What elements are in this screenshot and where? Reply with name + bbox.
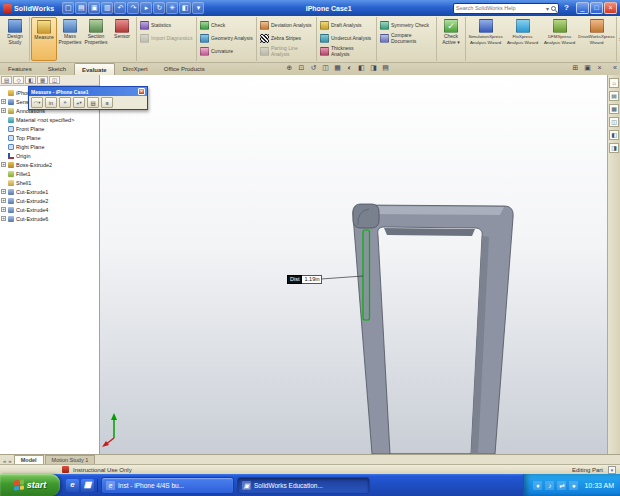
view-palette-icon[interactable]: ◧	[609, 130, 619, 140]
tree-item[interactable]: Origin	[1, 151, 98, 160]
zoom-fit-icon[interactable]: ⊕	[285, 64, 294, 72]
tree-item[interactable]: Shell1	[1, 178, 98, 187]
ribbon-button[interactable]: Parting Line Analysis	[258, 45, 315, 58]
print-icon[interactable]: ▥	[101, 2, 113, 14]
undo-icon[interactable]: ↶	[114, 2, 126, 14]
feature-manager-tab[interactable]: ▤	[1, 76, 12, 84]
ribbon-button[interactable]: ✓ Check Active ▾	[438, 17, 464, 61]
close-button[interactable]: ×	[604, 2, 617, 14]
expand-icon[interactable]: +	[1, 108, 6, 113]
design-library-icon[interactable]: ▤	[609, 91, 619, 101]
property-manager-tab[interactable]: ◇	[13, 76, 24, 84]
ribbon-button[interactable]: DFMXpress Analysis Wizard	[541, 17, 578, 61]
display-style-icon[interactable]: ◐	[345, 64, 354, 72]
ribbon-button[interactable]: FloXpress Analysis Wizard	[504, 17, 541, 61]
command-tab[interactable]: Evaluate	[74, 63, 115, 75]
graphics-area[interactable]: Dist 1.19in	[100, 75, 607, 454]
panel-layout-icon[interactable]: ▣	[583, 64, 592, 72]
ribbon-button[interactable]: Statistics	[138, 19, 195, 32]
tree-item[interactable]: + Cut-Extrude6	[1, 214, 98, 223]
view-orientation-icon[interactable]: ▦	[333, 64, 342, 72]
custom-properties-icon[interactable]: ◨	[609, 143, 619, 153]
document-tab[interactable]: Model	[14, 455, 44, 464]
rebuild-icon[interactable]: ↻	[153, 2, 165, 14]
ribbon-button[interactable]: SimulationXpress Analysis Wizard	[467, 17, 504, 61]
search-input[interactable]	[456, 5, 544, 11]
tree-item[interactable]: + Cut-Extrude1	[1, 187, 98, 196]
file-explorer-icon[interactable]: ▦	[609, 104, 619, 114]
command-tab[interactable]: Features	[0, 63, 40, 75]
tree-item[interactable]: + Cut-Extrude2	[1, 196, 98, 205]
tab-scroll-right-icon[interactable]: »	[7, 458, 12, 464]
zoom-area-icon[interactable]: ⊡	[297, 64, 306, 72]
search-icon[interactable]	[551, 6, 556, 11]
help-button[interactable]: ?	[561, 2, 572, 14]
search-dropdown-icon[interactable]: ▾	[546, 5, 549, 12]
dimxpert-manager-tab[interactable]: ▦	[37, 76, 48, 84]
search-pane-icon[interactable]: ◫	[609, 117, 619, 127]
arc-circle-measure-button[interactable]: ◠ ▾	[31, 97, 43, 108]
select-icon[interactable]: ▸	[140, 2, 152, 14]
display-manager-tab[interactable]: ◫	[49, 76, 60, 84]
ribbon-button[interactable]: DriveWorksXpress Wizard	[578, 17, 615, 61]
network-tray-icon[interactable]: ⇄	[557, 481, 566, 490]
appearance-icon[interactable]: ◨	[369, 64, 378, 72]
tree-item[interactable]: Top Plane	[1, 133, 98, 142]
ribbon-button[interactable]: Deviation Analysis	[258, 19, 315, 32]
tree-item[interactable]: Front Plane	[1, 124, 98, 133]
selected-edge[interactable]	[363, 230, 370, 320]
measurement-history-button[interactable]: ▤	[87, 97, 99, 108]
dialog-expand-button[interactable]: ≡	[101, 97, 113, 108]
collapse-ribbon-icon[interactable]: «	[613, 64, 617, 71]
minimize-button[interactable]: _	[576, 2, 589, 14]
ribbon-button[interactable]: Compare Documents	[378, 32, 435, 45]
expand-icon[interactable]: +	[1, 189, 6, 194]
scene-icon[interactable]: ▤	[381, 64, 390, 72]
expand-icon[interactable]: +	[1, 198, 6, 203]
ribbon-button[interactable]: Curvature	[198, 45, 255, 58]
ribbon-button[interactable]: Draft Analysis	[318, 19, 375, 32]
ribbon-button[interactable]: Thickness Analysis	[318, 45, 375, 58]
close-toolbar-icon[interactable]: ×	[595, 64, 604, 72]
options-icon[interactable]: ✳	[166, 2, 178, 14]
ribbon-button[interactable]: Undercut Analysis	[318, 32, 375, 45]
point-to-point-button[interactable]: + ▾	[73, 97, 85, 108]
units-button[interactable]: in	[45, 97, 57, 108]
new-icon[interactable]: ▢	[62, 2, 74, 14]
ribbon-button[interactable]: Check	[198, 19, 255, 32]
document-tab[interactable]: Motion Study 1	[45, 455, 96, 464]
open-icon[interactable]: ▤	[75, 2, 87, 14]
expand-icon[interactable]: +	[1, 99, 6, 104]
expand-icon[interactable]: +	[1, 216, 6, 221]
tree-item[interactable]: + Cut-Extrude4	[1, 205, 98, 214]
show-desktop-icon[interactable]: ▦	[81, 479, 94, 492]
expand-icon[interactable]: +	[1, 162, 6, 167]
volume-tray-icon[interactable]: ♪	[545, 481, 554, 490]
ribbon-button[interactable]: Geometry Analysis	[198, 32, 255, 45]
update-tray-icon[interactable]: ●	[569, 481, 578, 490]
taskbar-task-button[interactable]: ▣ SolidWorks Education...	[237, 477, 370, 494]
expand-icon[interactable]: +	[1, 207, 6, 212]
tree-item[interactable]: Right Plane	[1, 142, 98, 151]
ribbon-button[interactable]: Section Properties	[83, 17, 109, 61]
ribbon-button[interactable]: Sensor	[109, 17, 135, 61]
security-tray-icon[interactable]: ♦	[533, 481, 542, 490]
tree-item[interactable]: Material <not specified>	[1, 115, 98, 124]
custom-toolbar-corner-icon[interactable]: ▾	[608, 466, 616, 474]
configuration-manager-tab[interactable]: ◧	[25, 76, 36, 84]
ribbon-button[interactable]: Measure	[31, 17, 57, 61]
show-xyz-button[interactable]: ⌖	[59, 97, 71, 108]
taskbar-task-button[interactable]: e Inst - iPhone 4/4S bu...	[101, 477, 234, 494]
ribbon-button[interactable]: Import Diagnostics	[138, 32, 195, 45]
command-tab[interactable]: DimXpert	[115, 63, 156, 75]
redo-icon[interactable]: ↷	[127, 2, 139, 14]
iphone-case-model[interactable]	[353, 205, 513, 454]
save-icon[interactable]: ▣	[88, 2, 100, 14]
dialog-close-button[interactable]: ×	[138, 88, 145, 95]
start-button[interactable]: start	[0, 474, 60, 496]
fullscreen-icon[interactable]: ⊞	[571, 64, 580, 72]
help-search-box[interactable]: ▾	[453, 3, 559, 14]
hide-show-icon[interactable]: ◧	[357, 64, 366, 72]
ribbon-button[interactable]: Symmetry Check	[378, 19, 435, 32]
ribbon-button[interactable]: Design Study	[2, 17, 28, 61]
